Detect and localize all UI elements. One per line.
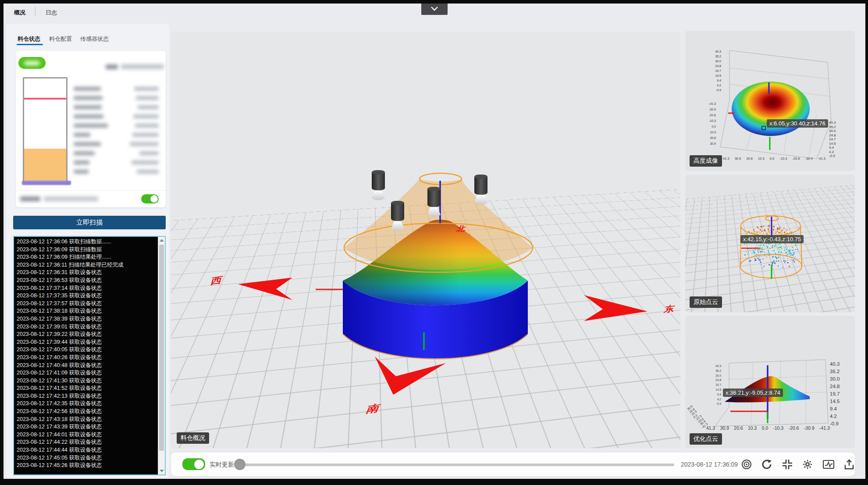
log-entry: 2023-08-12 17:45:26 获取设备状态 [14, 462, 165, 470]
log-entry: 2023-08-12 17:40:05 获取设备状态 [14, 346, 165, 354]
log-entry: 2023-08-12 17:41:09 获取设备状态 [14, 369, 165, 377]
bottom-toolbar: 实时更新 2023-08-12 17:36:09 [171, 453, 855, 476]
log-entry: 2023-08-12 17:37:35 获取设备状态 [14, 292, 165, 300]
silo-3d-scene [171, 32, 680, 448]
x-axis-ticks: 41.330.920.610.30.0-10.3-20.6-30.9-41.3 [723, 157, 825, 160]
log-entry: 2023-08-12 17:36:31 获取设备状态 [14, 269, 165, 277]
coordinate-tooltip: x:6.05,y:30.40,z:14.76 [767, 119, 828, 128]
log-entry: 2023-08-12 17:44:22 获取设备状态 [14, 439, 165, 446]
card-top-label-blur [106, 64, 118, 69]
coordinate-tooltip: x:36.21,y:-9.05,z:8.74 [723, 389, 783, 397]
silo-alarm-line [24, 98, 66, 100]
tab-silo-status[interactable]: 料仓状态 [18, 35, 40, 43]
timeline-slider-track[interactable] [239, 464, 674, 466]
header-divider [35, 6, 36, 16]
collapse-icon[interactable] [782, 459, 793, 470]
footer-label-blur [20, 196, 40, 201]
y-axis-ticks: -41.3-30.9-20.6-10.30.010.320.630.9 [704, 101, 716, 146]
status-badge-text-blur [25, 61, 39, 65]
silo-3d-view[interactable]: 西 北 南 东 料仓概况 [171, 32, 680, 448]
realtime-label: 实时更新 [210, 461, 234, 469]
log-entry: 2023-08-12 17:37:14 获取设备状态 [14, 285, 165, 292]
panel-height-imaging[interactable]: 40.335.230.024.819.714.59.44.2-0.9 -41.3… [685, 31, 855, 171]
panel-badge: 原始点云 [690, 296, 722, 308]
scan-now-button[interactable]: 立即扫描 [13, 216, 166, 229]
sensor-2 [391, 201, 404, 231]
height-surface [732, 82, 810, 136]
card-top-value-blur [121, 64, 164, 69]
log-entry: 2023-08-12 17:40:48 获取设备状态 [14, 362, 165, 370]
log-entry: 2023-08-12 17:36:09 获取扫描数据 [14, 246, 165, 254]
frame-left [0, 0, 4, 485]
log-entry: 2023-08-12 17:43:39 获取设备状态 [14, 423, 165, 431]
log-entry: 2023-08-12 17:45:05 获取设备状态 [14, 454, 165, 462]
scroll-down-icon[interactable] [160, 470, 164, 472]
log-entry: 2023-08-12 17:39:22 获取设备状态 [14, 331, 165, 339]
status-badge [18, 57, 46, 69]
app-window: 概况 日志 料仓状态 料仓配置 传感器状态 [0, 0, 868, 485]
z-axis-ticks-right: 40.335.230.024.819.714.59.44.2-0.9 [829, 121, 842, 158]
nav-overview[interactable]: 概况 [14, 9, 25, 17]
log-entry: 2023-08-12 17:41:30 获取设备状态 [14, 377, 165, 385]
realtime-toggle[interactable] [182, 458, 205, 470]
log-entry: 2023-08-12 17:43:18 获取设备状态 [14, 416, 165, 424]
tab-sensor-status[interactable]: 传感器状态 [80, 35, 109, 43]
log-entry: 2023-08-12 17:42:35 获取设备状态 [14, 400, 165, 408]
coordinate-tooltip: x:42.15,y:-0.43,z:10.75 [740, 235, 804, 243]
log-entry: 2023-08-12 17:44:01 获取设备状态 [14, 431, 165, 439]
export-icon[interactable] [843, 459, 855, 470]
sensor-4 [474, 175, 487, 205]
scroll-up-icon[interactable] [160, 239, 164, 242]
south-arrow [375, 357, 446, 395]
timeline-slider-handle[interactable] [234, 459, 245, 470]
panel-badge: 高度成像 [690, 155, 722, 167]
log-entry: 2023-08-12 17:39:01 获取设备状态 [14, 323, 165, 331]
log-console[interactable]: 2023-08-12 17:36:06 获取扫描数据......2023-08-… [13, 236, 166, 475]
sensor-3 [427, 187, 441, 217]
z-axis-ticks: 40.335.230.024.819.714.59.44.2-0.9 [711, 364, 721, 407]
z-axis-ticks-right: 40.335.230.024.819.714.59.44.2-0.9 [830, 360, 845, 428]
log-list: 2023-08-12 17:36:06 获取扫描数据......2023-08-… [14, 237, 165, 470]
frame-bottom [0, 479, 868, 485]
collapse-header-button[interactable] [421, 3, 448, 15]
log-entry: 2023-08-12 17:42:13 获取设备状态 [14, 392, 165, 400]
sensor-1 [372, 170, 385, 200]
locate-icon[interactable] [741, 459, 752, 470]
log-entry: 2023-08-12 17:38:39 获取设备状态 [14, 315, 165, 323]
main-view-badge: 料仓概况 [177, 432, 209, 444]
z-axis-ticks: 40.335.230.024.819.714.59.44.2-0.9 [711, 49, 721, 93]
log-entry: 2023-08-12 17:44:44 获取设备状态 [14, 446, 165, 454]
footer-time-blur [44, 196, 98, 201]
log-scrollbar[interactable] [158, 237, 165, 474]
log-entry: 2023-08-12 17:41:52 获取设备状态 [14, 385, 165, 392]
frame-top [0, 0, 868, 4]
tab-silo-config[interactable]: 料仓配置 [49, 35, 72, 43]
nav-log[interactable]: 日志 [46, 9, 57, 17]
silo-status-card [16, 51, 166, 207]
card-toggle[interactable] [141, 194, 159, 203]
silo-level-graphic [23, 77, 68, 183]
east-arrow [584, 295, 647, 321]
settings-gear-icon[interactable] [802, 459, 813, 470]
log-entry: 2023-08-12 17:39:44 获取设备状态 [14, 339, 165, 346]
raw-cloud-scene [685, 175, 855, 312]
refresh-icon[interactable] [761, 459, 772, 470]
panel-badge: 优化点云 [690, 433, 722, 445]
point-cloud-dots [743, 225, 798, 268]
panel-raw-cloud[interactable]: x:42.15,y:-0.43,z:10.75 原始点云 [685, 175, 855, 312]
log-entry: 2023-08-12 17:42:56 获取设备状态 [14, 408, 165, 416]
monitor-chart-icon[interactable] [822, 459, 835, 470]
chevron-down-icon [430, 6, 439, 11]
panel-optimized-cloud[interactable]: 40.335.230.024.819.714.59.44.2-0.9 40.33… [685, 316, 855, 448]
timeline-timestamp: 2023-08-12 17:36:09 [681, 461, 738, 468]
log-entry: 2023-08-12 17:36:11 扫描结果处理已经完成 [14, 261, 165, 269]
scrollbar-thumb[interactable] [159, 245, 164, 451]
west-arrow [238, 278, 292, 300]
silo-material-fill [24, 149, 66, 181]
log-entry: 2023-08-12 17:36:06 获取扫描数据...... [14, 238, 165, 246]
x-axis-ticks: 41.330.920.610.30.0-10.3-20.6-30.9-41.3 [706, 425, 830, 431]
log-entry: 2023-08-12 17:36:53 获取设备状态 [14, 277, 165, 285]
silo-base-band [22, 181, 71, 185]
frame-right [865, 0, 868, 485]
log-entry: 2023-08-12 17:40:26 获取设备状态 [14, 354, 165, 362]
